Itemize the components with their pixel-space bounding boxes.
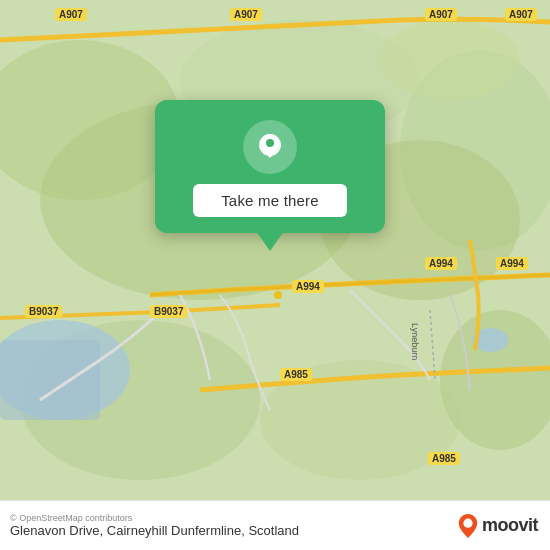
road-label-a907-4: A907: [505, 8, 537, 21]
moovit-logo: moovit: [458, 514, 538, 538]
svg-rect-11: [0, 340, 100, 420]
map-area: A907 A907 A907 A907 A994 A994 A994 B9037…: [0, 0, 550, 500]
location-popup: Take me there: [155, 100, 385, 233]
footer-info: © OpenStreetMap contributors Glenavon Dr…: [10, 513, 299, 538]
location-pin-icon: [255, 132, 285, 162]
road-label-a994-2: A994: [496, 257, 528, 270]
road-label-a907-3: A907: [425, 8, 457, 21]
moovit-pin-icon: [458, 514, 478, 538]
place-label-lyneburn: Lyneburn: [410, 323, 420, 360]
road-label-a985-1: A985: [280, 368, 312, 381]
road-label-a985-2: A985: [428, 452, 460, 465]
road-label-a907-2: A907: [230, 8, 262, 21]
road-label-a907-1: A907: [55, 8, 87, 21]
location-text: Glenavon Drive, Cairneyhill Dunfermline,…: [10, 523, 299, 538]
svg-point-4: [380, 20, 520, 100]
road-label-b9037-1: B9037: [25, 305, 62, 318]
road-label-b9037-2: B9037: [150, 305, 187, 318]
moovit-brand-name: moovit: [482, 515, 538, 536]
road-label-a994-1: A994: [425, 257, 457, 270]
svg-point-17: [266, 139, 274, 147]
take-me-there-button[interactable]: Take me there: [193, 184, 347, 217]
copyright-text: © OpenStreetMap contributors: [10, 513, 299, 523]
road-label-a994-3: A994: [292, 280, 324, 293]
svg-point-13: [274, 291, 282, 299]
location-icon-circle: [243, 120, 297, 174]
footer-bar: © OpenStreetMap contributors Glenavon Dr…: [0, 500, 550, 550]
svg-point-18: [463, 518, 472, 527]
